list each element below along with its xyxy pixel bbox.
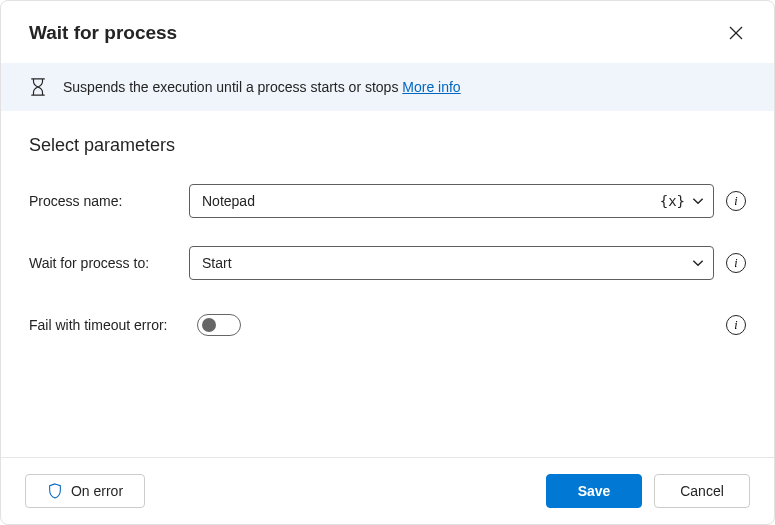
save-button[interactable]: Save [546, 474, 642, 508]
hourglass-icon [29, 78, 47, 96]
close-button[interactable] [720, 17, 752, 49]
close-icon [729, 26, 743, 40]
on-error-button[interactable]: On error [25, 474, 145, 508]
cancel-button[interactable]: Cancel [654, 474, 750, 508]
process-name-value: Notepad [202, 193, 660, 209]
variable-icon[interactable]: {x} [660, 193, 685, 209]
fail-timeout-toggle[interactable] [197, 314, 241, 336]
on-error-label: On error [71, 483, 123, 499]
fail-timeout-label: Fail with timeout error: [29, 317, 197, 333]
fail-timeout-info[interactable]: i [726, 315, 746, 335]
wait-for-label: Wait for process to: [29, 255, 189, 271]
wait-for-select[interactable]: Start [189, 246, 714, 280]
more-info-link[interactable]: More info [402, 79, 460, 95]
chevron-down-icon [691, 256, 705, 270]
dialog-title: Wait for process [29, 22, 177, 44]
toggle-knob [202, 318, 216, 332]
section-title: Select parameters [29, 135, 746, 156]
wait-for-value: Start [202, 255, 691, 271]
process-name-label: Process name: [29, 193, 189, 209]
wait-for-info[interactable]: i [726, 253, 746, 273]
process-name-input[interactable]: Notepad {x} [189, 184, 714, 218]
chevron-down-icon [691, 194, 705, 208]
info-banner: Suspends the execution until a process s… [1, 63, 774, 111]
process-name-info[interactable]: i [726, 191, 746, 211]
banner-text: Suspends the execution until a process s… [63, 79, 402, 95]
shield-icon [47, 483, 63, 499]
